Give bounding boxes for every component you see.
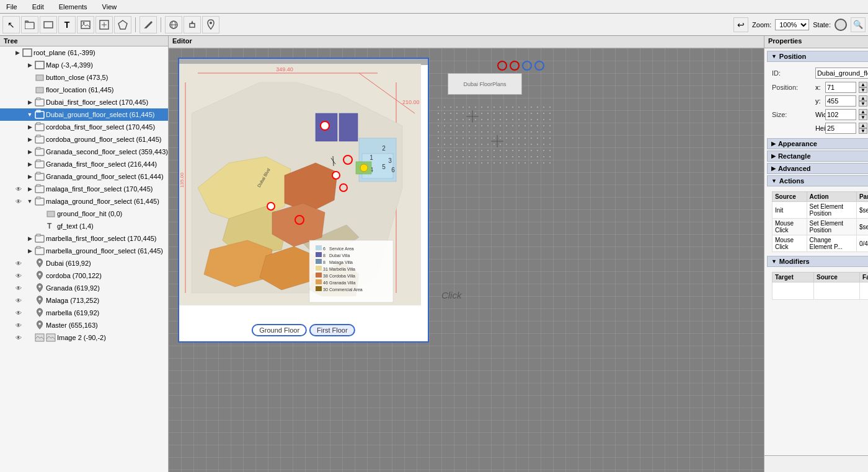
expand-btn[interactable]: ▶: [25, 183, 35, 194]
tree-item-granada-pin[interactable]: 👁 Granada (619,92): [0, 282, 168, 294]
expand-btn[interactable]: ▶: [25, 134, 35, 145]
tree-item-cordoba-ground[interactable]: ▶ cordoba_ground_floor_select (61,445): [0, 133, 168, 146]
tree-item-map[interactable]: ▶ Map (-3,-4,399): [0, 59, 168, 71]
undo-btn[interactable]: ↩: [733, 17, 748, 32]
editor-canvas[interactable]: 349.40 135.00 351.40 210.00: [169, 48, 764, 472]
x-up-btn[interactable]: ▲: [859, 82, 867, 87]
select-tool-btn[interactable]: ↖: [2, 16, 20, 33]
tree-item-image2[interactable]: 👁 Image 2 (-90,-2): [0, 331, 168, 344]
eye-icon[interactable]: 👁: [12, 320, 25, 331]
eye-icon[interactable]: [12, 121, 25, 133]
section-rectangle[interactable]: ▶ Rectangle: [767, 151, 868, 162]
section-advanced[interactable]: ▶ Advanced: [767, 163, 868, 174]
tree-scroll[interactable]: ▶ root_plane (61,-399) ▶ Map (-3,-4,399)…: [0, 46, 168, 472]
tree-item-malaga-pin[interactable]: 👁 Malaga (713,252): [0, 294, 168, 307]
eye-icon[interactable]: [24, 221, 36, 232]
eye-icon[interactable]: 👁: [12, 183, 25, 194]
cursor-tool-btn[interactable]: [95, 16, 113, 33]
eye-icon[interactable]: [24, 208, 36, 219]
tree-item-dubai-first[interactable]: ▶ Dubai_first_floor_select (170,445): [0, 96, 168, 108]
height-down-btn[interactable]: ▼: [859, 128, 867, 134]
eye-icon[interactable]: [0, 47, 12, 58]
section-modifiers[interactable]: ▼ Modifiers: [767, 256, 868, 267]
tree-item-malaga-first[interactable]: 👁 ▶ malaga_first_floor_select (170,445): [0, 183, 168, 195]
shape-tool-btn[interactable]: [114, 16, 131, 33]
eye-icon[interactable]: [12, 59, 25, 71]
tree-item-granada-first[interactable]: ▶ Granada_first_floor_select (216,444): [0, 158, 168, 170]
globe-tool-btn[interactable]: [165, 16, 182, 33]
tree-item-granada-second[interactable]: ▶ Granada_second_floor_select (359,443): [0, 146, 168, 158]
y-input[interactable]: [825, 95, 856, 107]
width-up-btn[interactable]: ▲: [859, 109, 867, 115]
zoom-tool-btn[interactable]: 🔍: [851, 17, 866, 32]
tree-item-dubai-ground[interactable]: ▼ Dubai_ground_floor_select (61,445): [0, 108, 168, 121]
menu-edit[interactable]: Edit: [29, 2, 48, 12]
folder-tool-btn[interactable]: [21, 16, 38, 33]
menu-file[interactable]: File: [2, 2, 21, 12]
expand-btn[interactable]: ▼: [25, 109, 35, 120]
eye-icon[interactable]: 👁: [12, 295, 25, 306]
tree-item-root[interactable]: ▶ root_plane (61,-399): [0, 46, 168, 59]
tree-item-gf-text[interactable]: T gf_text (1,4): [0, 220, 168, 232]
width-input[interactable]: [825, 109, 856, 120]
eye-icon[interactable]: 👁: [12, 270, 25, 281]
map-frame[interactable]: 349.40 135.00 351.40 210.00: [178, 58, 429, 343]
section-appearance[interactable]: ▶ Appearance: [767, 138, 868, 149]
zoom-select[interactable]: 100% 75% 50% 150%: [775, 19, 809, 30]
eye-icon[interactable]: 👁: [12, 332, 25, 343]
expand-btn[interactable]: ▶: [25, 171, 35, 182]
eye-icon[interactable]: [12, 159, 25, 170]
x-input[interactable]: [825, 82, 856, 93]
tree-item-dubai-pin[interactable]: 👁 Dubai (619,92): [0, 257, 168, 269]
state-circle-btn[interactable]: [835, 19, 847, 31]
tree-item-marbella-ground[interactable]: ▶ marbella_ground_floor_select (61,445): [0, 245, 168, 257]
expand-btn[interactable]: ▼: [25, 196, 35, 207]
expand-btn[interactable]: ▶: [25, 233, 35, 244]
tree-item-floor-location[interactable]: floor_location (61,445): [0, 84, 168, 96]
tree-item-granada-ground[interactable]: ▶ Granada_ground_floor_select (61,444): [0, 170, 168, 183]
tree-item-ground-floor-hit[interactable]: ground_floor_hit (0,0): [0, 208, 168, 220]
eye-icon[interactable]: 👁: [12, 307, 25, 318]
pen-tool-btn[interactable]: [140, 16, 157, 33]
section-position[interactable]: ▼ Position: [767, 51, 868, 62]
height-up-btn[interactable]: ▲: [859, 123, 867, 128]
expand-btn[interactable]: ▶: [25, 97, 35, 108]
expand-btn[interactable]: ▶: [25, 121, 35, 133]
eye-icon[interactable]: [12, 245, 25, 256]
tree-item-button-close[interactable]: button_close (473,5): [0, 71, 168, 84]
expand-btn[interactable]: ▶: [25, 159, 35, 170]
menu-view[interactable]: View: [99, 2, 121, 12]
x-down-btn[interactable]: ▼: [859, 87, 867, 93]
eye-icon[interactable]: [12, 97, 25, 108]
eye-icon[interactable]: [12, 84, 25, 95]
image-tool-btn[interactable]: [77, 16, 94, 33]
tree-item-marbella-first[interactable]: ▶ marbella_first_floor_select (170,445): [0, 232, 168, 245]
menu-elements[interactable]: Elements: [55, 2, 91, 12]
y-up-btn[interactable]: ▲: [859, 95, 867, 101]
expand-btn[interactable]: ▶: [25, 245, 35, 256]
expand-btn[interactable]: ▶: [25, 59, 35, 71]
eye-icon[interactable]: 👁: [12, 196, 25, 207]
eye-icon[interactable]: [12, 109, 25, 120]
eye-icon[interactable]: 👁: [12, 282, 25, 294]
expand-btn[interactable]: ▶: [25, 146, 35, 157]
section-actions[interactable]: ▼ Actions: [767, 175, 868, 186]
eye-icon[interactable]: [12, 146, 25, 157]
text-tool-btn[interactable]: T: [58, 16, 76, 33]
expand-btn[interactable]: ▶: [12, 47, 22, 58]
tree-item-malaga-ground[interactable]: 👁 ▼ malaga_ground_floor_select (61,445): [0, 195, 168, 208]
tree-item-master-pin[interactable]: 👁 Master (655,163): [0, 319, 168, 331]
first-floor-tab[interactable]: First Floor: [309, 324, 355, 336]
width-down-btn[interactable]: ▼: [859, 115, 867, 120]
eye-icon[interactable]: [12, 72, 25, 83]
tree-item-cordoba-first[interactable]: ▶ cordoba_first_floor_select (170,445): [0, 121, 168, 133]
tree-item-marbella-pin[interactable]: 👁 marbella (619,92): [0, 307, 168, 319]
eye-icon[interactable]: 👁: [12, 258, 25, 269]
paint-tool-btn[interactable]: [184, 16, 201, 33]
eye-icon[interactable]: [12, 134, 25, 145]
tree-item-cordoba-pin[interactable]: 👁 cordoba (700,122): [0, 269, 168, 282]
eye-icon[interactable]: [12, 171, 25, 182]
pin-tool-btn[interactable]: [202, 16, 219, 33]
eye-icon[interactable]: [12, 233, 25, 244]
y-down-btn[interactable]: ▼: [859, 101, 867, 107]
